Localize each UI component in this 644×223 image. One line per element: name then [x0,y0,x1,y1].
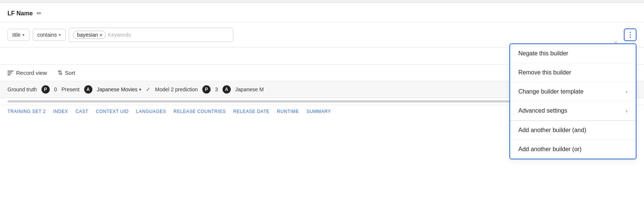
menu-item-add-and[interactable]: Add another builder (and) [510,121,636,140]
tag-bayesian: bayesian × [73,31,106,39]
filter-row: title ▾ contains ▾ bayesian × Keywords ⇲… [0,22,644,48]
sort-button[interactable]: ⇅ Sort [58,69,76,76]
a-label-text: Japanese Movies [97,86,138,92]
field-label: title [12,32,21,38]
menu-advanced-label: Advanced settings [518,107,567,114]
model-label: Model 2 prediction [155,86,198,92]
operator-dropdown[interactable]: contains ▾ [33,29,66,41]
tab-cast[interactable]: CAST [76,109,88,114]
tab-context-uid[interactable]: CONTEXT UID [96,109,129,114]
tab-index[interactable]: INDEX [53,109,68,114]
more-options-button[interactable]: ⋮ [624,28,637,41]
keywords-placeholder: Keywords [108,32,131,38]
page-container: LF Name ✏ title ▾ contains ▾ bayesian × … [0,0,644,223]
resize-handle-icon: ⇲ [613,40,617,43]
menu-item-negate[interactable]: Negate this builder [510,44,636,63]
lf-name-label: LF Name [7,10,33,17]
tab-training-set-2[interactable]: TRAINING SET 2 [7,109,46,114]
present-label: Present [61,86,79,92]
tab-runtime[interactable]: RUNTIME [277,109,299,114]
tab-release-countries[interactable]: RELEASE COUNTRIES [174,109,226,114]
menu-negate-label: Negate this builder [518,50,568,57]
field-chevron-icon: ▾ [22,33,25,37]
operator-label: contains [37,32,57,38]
record-view-label: Record view [16,70,47,76]
sort-label: Sort [65,70,76,76]
checkmark-icon: ✓ [146,86,151,93]
a2-label: Japanese M [235,86,264,92]
top-bar [0,0,644,3]
keywords-area[interactable]: bayesian × Keywords [69,28,233,42]
menu-change-template-label: Change builder template [518,88,583,95]
menu-remove-label: Remove this builder [518,69,571,76]
menu-item-advanced[interactable]: Advanced settings › [510,101,636,120]
p-count: 0 [54,86,57,92]
menu-item-remove[interactable]: Remove this builder [510,63,636,82]
p-badge: P [42,85,50,94]
a-label-dropdown[interactable]: Japanese Movies ▾ [97,86,141,92]
menu-item-add-or[interactable]: Add another builder (or) [510,140,636,159]
change-template-chevron-icon: › [626,89,628,95]
a-caret-icon: ▾ [139,87,141,92]
edit-icon[interactable]: ✏ [37,10,42,17]
a-badge: A [84,85,92,94]
menu-add-and-label: Add another builder (and) [518,127,586,134]
advanced-chevron-icon: › [626,108,628,114]
ground-truth-label: Ground truth [7,86,37,92]
field-dropdown[interactable]: title ▾ [7,29,30,41]
more-vert-icon: ⋮ [627,31,634,39]
tag-label: bayesian [77,32,98,38]
tab-summary[interactable]: SUMMARY [307,109,331,114]
record-view-icon [7,71,13,75]
dropdown-menu: Negate this builder Remove this builder … [509,43,637,159]
menu-add-or-label: Add another builder (or) [518,146,582,153]
menu-item-change-template[interactable]: Change builder template › [510,82,636,101]
operator-chevron-icon: ▾ [59,33,61,37]
tab-release-date[interactable]: RELEASE DATE [233,109,270,114]
tab-languages[interactable]: LANGUAGES [136,109,166,114]
p2-badge: P [202,85,211,94]
a2-badge: A [223,85,231,94]
tag-remove-icon[interactable]: × [99,33,102,37]
sort-icon: ⇅ [58,69,62,76]
record-view-button[interactable]: Record view [7,70,47,76]
lf-name-row: LF Name ✏ [0,3,644,22]
p2-count: 3 [215,86,218,92]
